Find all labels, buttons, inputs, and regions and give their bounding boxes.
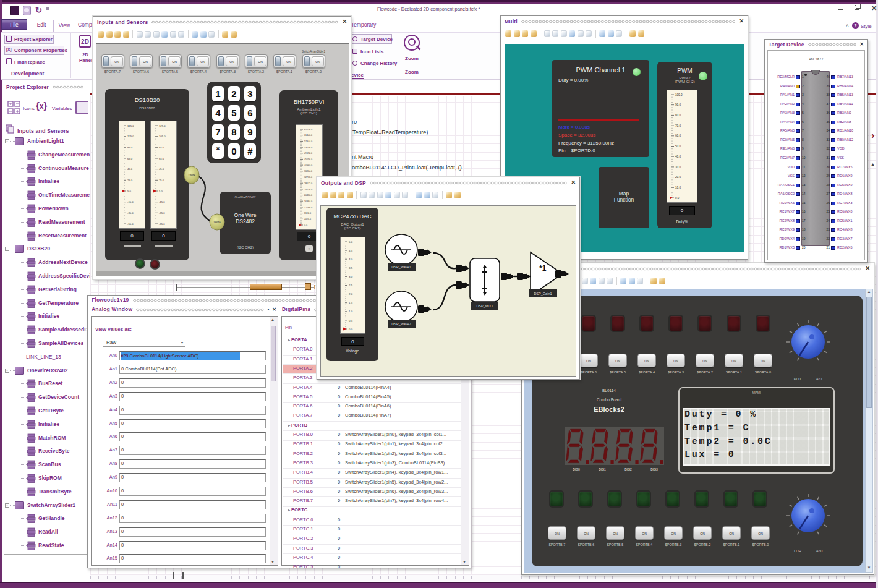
svg-text:DSP_MIX1: DSP_MIX1 <box>476 304 493 308</box>
svg-text:0.0: 0.0 <box>675 197 680 200</box>
svg-text:DSP_Wave1: DSP_Wave1 <box>391 265 411 269</box>
svg-text:20.0: 20.0 <box>675 176 681 179</box>
svg-text:70.0: 70.0 <box>675 124 681 127</box>
svg-text:50.0: 50.0 <box>675 145 681 148</box>
svg-text:100.0: 100.0 <box>675 93 683 96</box>
svg-text:60.0: 60.0 <box>675 134 681 137</box>
svg-text:40.0: 40.0 <box>675 155 681 158</box>
svg-text:10.0: 10.0 <box>675 186 681 189</box>
svg-text:80.0: 80.0 <box>675 114 681 117</box>
svg-text:1Wire: 1Wire <box>188 174 195 177</box>
svg-text:DSP_Wave2: DSP_Wave2 <box>391 322 411 326</box>
svg-text:90.0: 90.0 <box>675 103 681 106</box>
svg-text:30.0: 30.0 <box>675 166 681 169</box>
svg-text:DSP_Gain1: DSP_Gain1 <box>534 292 552 296</box>
svg-text:*1: *1 <box>539 264 547 273</box>
svg-text:1Wire: 1Wire <box>213 221 221 224</box>
